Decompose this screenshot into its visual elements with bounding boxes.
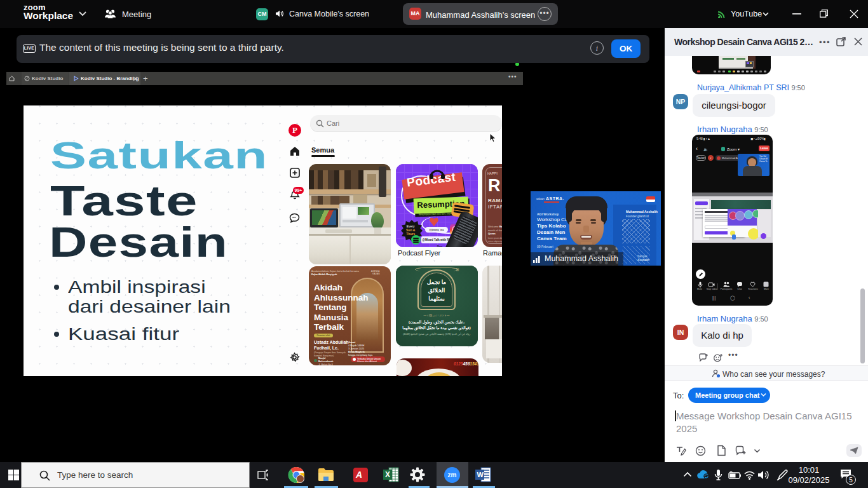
svg-text:W: W xyxy=(477,471,484,478)
svg-text:X: X xyxy=(385,470,390,479)
